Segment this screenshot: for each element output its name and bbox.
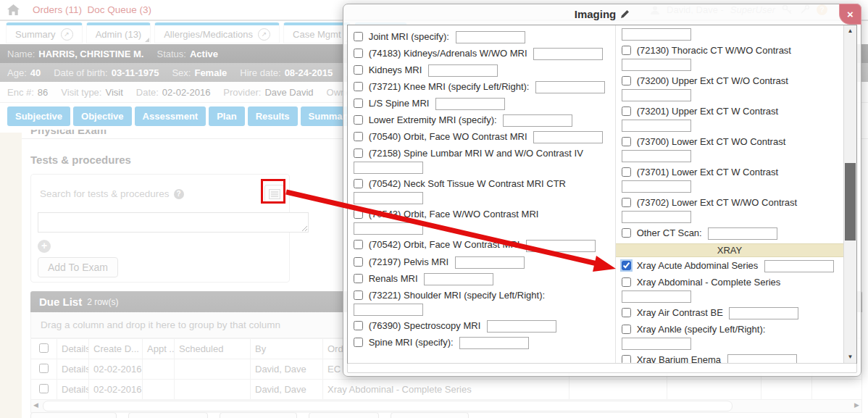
imaging-item-checkbox[interactable]: [622, 46, 631, 55]
scroll-left-icon[interactable]: ◀: [33, 401, 38, 409]
imaging-item-specify-input[interactable]: [622, 120, 691, 132]
imaging-item-checkbox[interactable]: [622, 106, 631, 116]
imaging-item-specify-input[interactable]: [622, 180, 691, 193]
popout-icon[interactable]: ↗: [258, 28, 270, 41]
imaging-item-specify-input[interactable]: [354, 304, 423, 316]
column-header[interactable]: Scheduled: [175, 339, 251, 359]
due-list-action-button[interactable]: Add To Exam: [128, 412, 208, 418]
due-list-action-button[interactable]: Create Order: [391, 412, 470, 418]
imaging-item-checkbox[interactable]: [354, 99, 363, 108]
cutoff-specify-input[interactable]: [622, 28, 691, 41]
imaging-item-checkbox[interactable]: [354, 82, 363, 91]
row-details-link[interactable]: Details: [57, 359, 89, 380]
due-list-action-button[interactable]: Set Declined: [220, 412, 297, 418]
imaging-item-checkbox[interactable]: [354, 240, 363, 249]
imaging-item-specify-input[interactable]: [622, 89, 691, 101]
edit-pencil-icon[interactable]: [620, 9, 630, 19]
visit-note-tab[interactable]: Assessment: [135, 106, 206, 126]
imaging-item-checkbox[interactable]: [354, 321, 363, 330]
column-header[interactable]: Create D...: [89, 339, 143, 359]
table-horizontal-scrollbar[interactable]: ◀ ▶: [30, 400, 862, 413]
select-all-checkbox[interactable]: [39, 343, 49, 353]
chart-tab[interactable]: Admin (13) ↗: [86, 22, 151, 43]
add-to-exam-button[interactable]: Add To Exam: [38, 257, 118, 277]
imaging-item-checkbox[interactable]: [354, 65, 363, 75]
imaging-item-specify-input[interactable]: [459, 337, 529, 349]
imaging-item-checkbox[interactable]: [354, 257, 363, 267]
imaging-item-checkbox[interactable]: [354, 290, 363, 300]
imaging-item-checkbox[interactable]: [354, 115, 363, 125]
imaging-item-checkbox[interactable]: [354, 49, 363, 58]
topbar-link[interactable]: Doc Queue (3): [88, 4, 152, 15]
imaging-item-specify-input[interactable]: [354, 222, 423, 235]
help-circle-icon[interactable]: ?: [174, 189, 184, 199]
imaging-item-specify-input[interactable]: [428, 64, 498, 77]
open-order-list-button[interactable]: [264, 185, 284, 203]
chart-tab[interactable]: Case Mgmt ↗: [283, 22, 350, 43]
imaging-item-specify-input[interactable]: [622, 338, 691, 350]
chart-tab[interactable]: Summary ↗: [6, 22, 83, 43]
chart-tab[interactable]: Allergies/Medications ↗: [154, 22, 280, 43]
tests-search-input[interactable]: [38, 212, 309, 233]
due-list-action-button[interactable]: Set Printed: [309, 412, 379, 418]
popout-icon[interactable]: ↗: [61, 28, 73, 41]
imaging-item-specify-input[interactable]: [435, 98, 505, 110]
imaging-item-specify-input[interactable]: [503, 114, 572, 127]
imaging-item-specify-input[interactable]: [456, 31, 525, 43]
imaging-item-checkbox[interactable]: [622, 355, 631, 363]
imaging-item-specify-input[interactable]: [354, 162, 423, 174]
imaging-item-specify-input[interactable]: [487, 320, 556, 333]
imaging-item-specify-input[interactable]: [622, 211, 691, 223]
scroll-down-icon[interactable]: ▼: [844, 351, 856, 363]
due-list-action-button[interactable]: Set Completed: [30, 412, 117, 418]
imaging-item-checkbox[interactable]: [354, 274, 363, 283]
scroll-right-icon[interactable]: ▶: [854, 401, 859, 409]
imaging-item-checkbox[interactable]: [622, 308, 631, 317]
column-header[interactable]: Details: [57, 339, 89, 359]
row-details-link[interactable]: Details: [57, 380, 89, 400]
scrollbar-thumb[interactable]: [43, 401, 733, 411]
row-checkbox[interactable]: [39, 384, 49, 393]
imaging-item-checkbox[interactable]: [354, 179, 363, 188]
imaging-item-checkbox[interactable]: [622, 167, 631, 177]
topbar-link[interactable]: Orders (11): [33, 4, 82, 15]
imaging-item-specify-input[interactable]: [533, 48, 603, 60]
imaging-item-specify-input[interactable]: [354, 192, 423, 204]
scroll-up-icon[interactable]: ▲: [844, 25, 856, 37]
column-header[interactable]: Appt ...: [143, 339, 175, 359]
imaging-item-specify-input[interactable]: [535, 81, 605, 93]
imaging-item-checkbox[interactable]: [354, 32, 363, 41]
imaging-item-specify-input[interactable]: [424, 273, 493, 285]
imaging-item-checkbox[interactable]: [622, 198, 631, 207]
imaging-item-checkbox[interactable]: [354, 132, 363, 141]
imaging-item-specify-input[interactable]: [729, 307, 798, 319]
visit-note-tab[interactable]: Subjective: [7, 106, 70, 126]
imaging-item-specify-input[interactable]: [727, 354, 797, 363]
imaging-item-checkbox[interactable]: [622, 137, 631, 146]
imaging-item-checkbox[interactable]: [354, 338, 363, 347]
imaging-item-specify-input[interactable]: [622, 150, 691, 162]
imaging-item-specify-input[interactable]: [764, 260, 834, 272]
imaging-item-specify-input[interactable]: [533, 131, 603, 143]
imaging-item-checkbox[interactable]: [622, 325, 631, 334]
imaging-item-checkbox[interactable]: [354, 209, 363, 219]
column-header[interactable]: By: [251, 339, 323, 359]
imaging-item-specify-input[interactable]: [526, 240, 596, 252]
imaging-item-checkbox[interactable]: [622, 277, 631, 287]
imaging-item-checkbox[interactable]: [622, 76, 631, 85]
home-icon[interactable]: [7, 4, 20, 15]
visit-note-tab[interactable]: Plan: [209, 106, 244, 126]
modal-scrollbar[interactable]: ▲ ▼: [843, 25, 856, 363]
imaging-item-checkbox[interactable]: [622, 228, 631, 238]
imaging-item-specify-input[interactable]: [622, 59, 691, 71]
visit-note-tab[interactable]: Objective: [73, 106, 132, 126]
imaging-item-specify-input[interactable]: [455, 256, 525, 269]
visit-note-tab[interactable]: Results: [248, 106, 298, 126]
imaging-item-specify-input[interactable]: [622, 290, 691, 303]
row-checkbox[interactable]: [39, 364, 49, 373]
imaging-item-checkbox[interactable]: [622, 261, 631, 270]
imaging-item-checkbox[interactable]: [354, 149, 363, 158]
imaging-item-specify-input[interactable]: [708, 227, 777, 240]
add-row-plus-icon[interactable]: +: [38, 240, 51, 253]
close-icon[interactable]: ×: [839, 4, 861, 25]
